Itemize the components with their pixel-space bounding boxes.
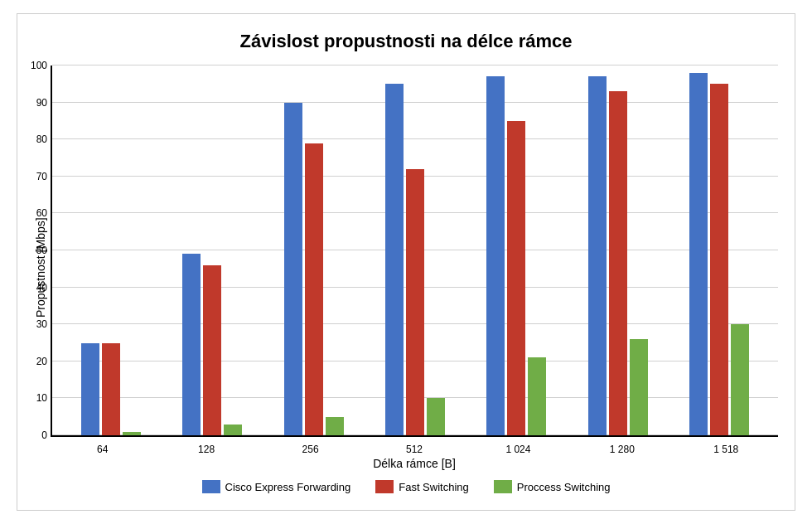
- legend-label: Fast Switching: [399, 481, 469, 493]
- x-tick-label: 1 518: [674, 444, 778, 455]
- bar-group: [263, 66, 365, 435]
- bar: [123, 432, 141, 435]
- bar: [528, 357, 546, 435]
- bar: [588, 76, 607, 435]
- bar: [406, 169, 424, 435]
- bar: [81, 343, 99, 436]
- bar-group: [567, 66, 668, 435]
- legend-item: Proccess Switching: [494, 480, 611, 493]
- x-tick-label: 128: [154, 444, 258, 455]
- bar: [731, 324, 749, 435]
- bar-group: [365, 66, 466, 435]
- bar-group: [162, 66, 263, 435]
- bar: [427, 398, 445, 435]
- legend-label: Proccess Switching: [517, 481, 611, 493]
- y-tick-label: 100: [31, 60, 52, 71]
- bar: [689, 73, 708, 435]
- x-tick-label: 64: [51, 444, 154, 455]
- x-tick-label: 256: [259, 444, 362, 455]
- bar: [710, 84, 728, 435]
- x-tick-label: 512: [362, 444, 466, 455]
- legend-label: Cisco Express Forwarding: [225, 481, 351, 493]
- bar: [507, 121, 525, 435]
- bar: [203, 265, 221, 435]
- y-tick-label: 30: [36, 318, 52, 330]
- bars-row: [52, 66, 778, 435]
- legend-color-box: [375, 480, 394, 493]
- bar: [102, 343, 120, 436]
- bar: [182, 254, 201, 435]
- y-tick-label: 20: [36, 356, 52, 367]
- legend-item: Fast Switching: [375, 480, 469, 493]
- y-tick-label: 50: [36, 245, 52, 256]
- legend-item: Cisco Express Forwarding: [202, 480, 351, 493]
- x-axis-title: Délka rámce [B]: [51, 457, 778, 470]
- x-tick-label: 1 024: [466, 444, 570, 455]
- y-tick-label: 40: [36, 282, 52, 294]
- bar-group: [669, 66, 770, 435]
- chart-container: Závislost propustnosti na délce rámce Pr…: [17, 13, 795, 511]
- y-tick-label: 10: [36, 392, 52, 404]
- x-axis-labels: 641282565121 0241 2801 518: [51, 444, 778, 455]
- bar: [284, 103, 302, 435]
- bar: [630, 339, 648, 435]
- chart-title: Závislost propustnosti na délce rámce: [239, 31, 572, 52]
- bar-group: [466, 66, 567, 435]
- bar: [224, 425, 242, 435]
- bar: [305, 143, 323, 435]
- y-tick-label: 90: [36, 97, 52, 109]
- x-tick-label: 1 280: [570, 444, 674, 455]
- bar: [609, 91, 627, 435]
- legend-color-box: [494, 480, 512, 493]
- plot-area: 1009080706050403020100: [51, 66, 778, 437]
- legend: Cisco Express ForwardingFast SwitchingPr…: [202, 480, 611, 493]
- y-axis-label: Propustnost [Mbps]: [34, 66, 47, 470]
- bar: [385, 84, 404, 435]
- legend-color-box: [202, 480, 220, 493]
- y-tick-label: 0: [41, 429, 52, 441]
- bar-group: [60, 66, 162, 435]
- bar: [486, 76, 505, 435]
- y-tick-label: 80: [36, 133, 52, 145]
- y-tick-label: 60: [36, 207, 52, 219]
- chart-body: Propustnost [Mbps] 100908070605040302010…: [34, 66, 778, 470]
- bar: [326, 417, 344, 435]
- chart-area: 1009080706050403020100 641282565121 0241…: [51, 66, 778, 470]
- y-tick-label: 70: [36, 171, 52, 182]
